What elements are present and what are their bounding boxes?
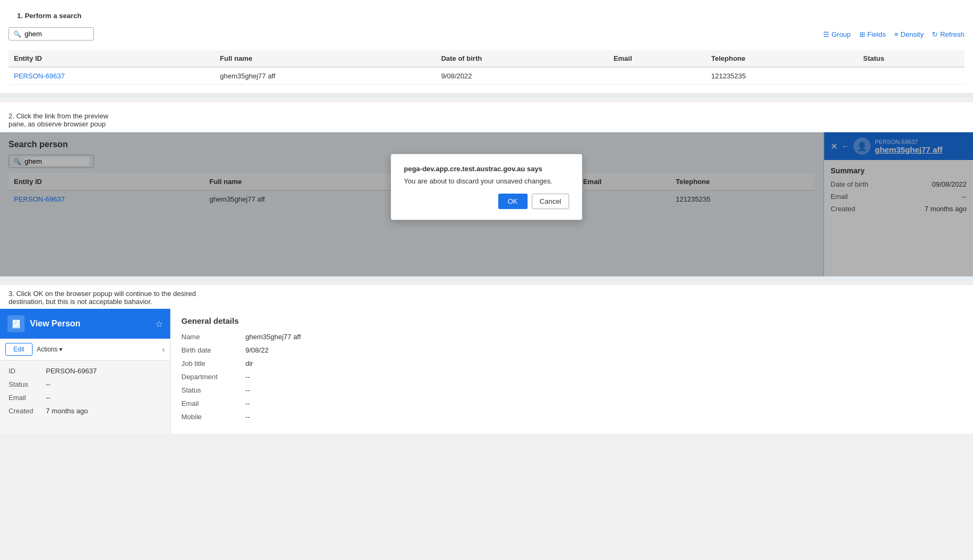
col-dob: Date of birth: [436, 50, 608, 67]
chevron-down-icon: ▾: [59, 346, 62, 353]
step2-label: 2. Click the link from the preview pane,…: [0, 108, 973, 132]
view-person-title: View Person: [30, 319, 81, 329]
general-details-panel: General details Name ghem35ghej77 aff Bi…: [171, 309, 973, 434]
gd-department-row: Department --: [181, 373, 962, 381]
gd-name-row: Name ghem35ghej77 aff: [181, 333, 962, 341]
top-telephone-cell: 121235235: [706, 67, 858, 85]
col-entity-id: Entity ID: [9, 50, 214, 67]
star-button[interactable]: ☆: [155, 319, 163, 329]
collapse-button[interactable]: ‹: [162, 345, 165, 354]
view-person-details: ID PERSON-69637 Status -- Email -- Creat…: [0, 361, 170, 427]
bottom-content: 🧾 View Person ☆ Edit Actions ▾ ‹ ID PERS…: [0, 309, 973, 434]
view-person-panel: 🧾 View Person ☆ Edit Actions ▾ ‹ ID PERS…: [0, 309, 171, 434]
search-icon: 🔍: [13, 30, 21, 38]
density-button[interactable]: ≡ Density: [895, 30, 924, 38]
gd-status-row: Status --: [181, 386, 962, 394]
step1-label: 1. Perform a search: [9, 5, 964, 23]
gd-birth-date-row: Birth date 9/08/22: [181, 346, 962, 354]
modal-title: pega-dev.app.cre.test.austrac.gov.au say…: [404, 165, 569, 173]
top-search-input[interactable]: [25, 30, 89, 38]
edit-button[interactable]: Edit: [5, 343, 33, 356]
top-dob-cell: 9/08/2022: [436, 67, 608, 85]
status-row: Status --: [9, 380, 162, 388]
top-full-name-cell: ghem35ghej77 aff: [214, 67, 436, 85]
modal-dialog: pega-dev.app.cre.test.austrac.gov.au say…: [390, 154, 583, 220]
modal-cancel-button[interactable]: Cancel: [532, 194, 569, 209]
gd-email-row: Email --: [181, 399, 962, 407]
id-row: ID PERSON-69637: [9, 367, 162, 375]
top-results-table: Entity ID Full name Date of birth Email …: [9, 50, 964, 85]
view-person-header: 🧾 View Person ☆: [0, 309, 170, 339]
group-button[interactable]: ☰ Group: [823, 30, 851, 38]
modal-buttons: OK Cancel: [404, 194, 569, 209]
col-telephone: Telephone: [706, 50, 858, 67]
view-person-toolbar: Edit Actions ▾ ‹: [0, 339, 170, 361]
modal-message: You are about to discard your unsaved ch…: [404, 177, 569, 185]
top-status-cell: [858, 67, 964, 85]
top-toolbar: ☰ Group ⊞ Fields ≡ Density ↻ Refresh: [823, 30, 964, 38]
col-email: Email: [608, 50, 706, 67]
fields-icon: ⊞: [859, 30, 865, 38]
modal-overlay: pega-dev.app.cre.test.austrac.gov.au say…: [0, 132, 973, 276]
actions-button[interactable]: Actions ▾: [37, 346, 62, 353]
step3-label: 3. Click OK on the browser popup will co…: [0, 285, 973, 309]
created-row: Created 7 months ago: [9, 407, 162, 415]
table-row: PERSON-69637 ghem35ghej77 aff 9/08/2022 …: [9, 67, 964, 85]
fields-button[interactable]: ⊞ Fields: [859, 30, 886, 38]
group-icon: ☰: [823, 30, 830, 38]
top-search-bar[interactable]: 🔍: [9, 27, 94, 41]
gd-mobile-row: Mobile --: [181, 413, 962, 421]
col-full-name: Full name: [214, 50, 436, 67]
density-icon: ≡: [895, 30, 899, 38]
email-row: Email --: [9, 394, 162, 402]
view-person-icon: 🧾: [7, 315, 25, 332]
refresh-icon: ↻: [932, 30, 938, 38]
col-status: Status: [858, 50, 964, 67]
top-entity-id-cell[interactable]: PERSON-69637: [9, 67, 214, 85]
refresh-button[interactable]: ↻ Refresh: [932, 30, 964, 38]
general-details-title: General details: [181, 316, 962, 325]
gd-job-title-row: Job title dir: [181, 359, 962, 367]
modal-ok-button[interactable]: OK: [498, 194, 528, 209]
top-email-cell: [608, 67, 706, 85]
